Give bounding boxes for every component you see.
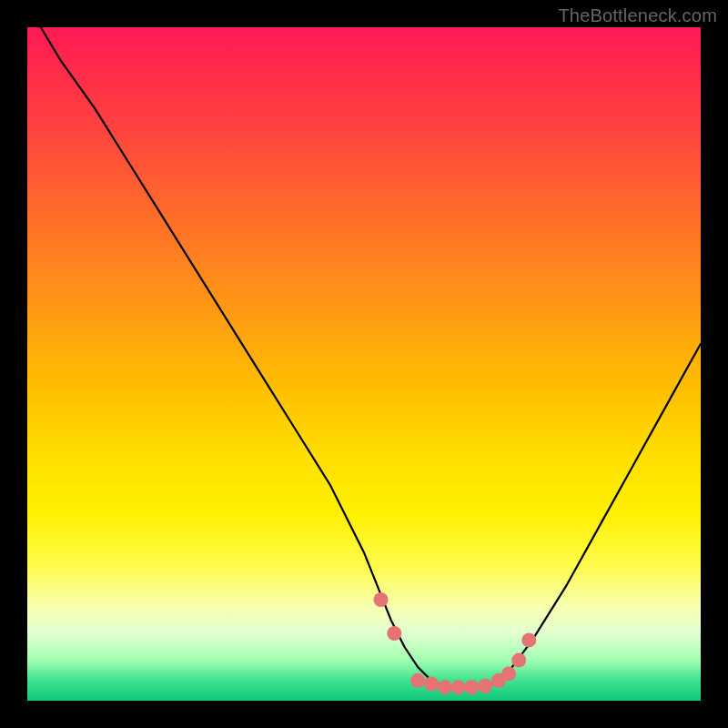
curve-marker [374, 592, 389, 607]
chart-frame: TheBottleneck.com [0, 0, 728, 728]
curve-marker [478, 679, 492, 693]
curve-marker [387, 626, 401, 641]
curve-marker [410, 673, 425, 688]
curve-marker [438, 680, 452, 694]
curve-marker [464, 680, 479, 694]
curve-marker [424, 677, 439, 692]
curve-marker [511, 653, 526, 668]
curve-marker [521, 632, 536, 647]
curve-marker [451, 680, 466, 694]
watermark-text: TheBottleneck.com [558, 5, 717, 26]
curve-markers [374, 592, 537, 694]
curve-marker [501, 666, 516, 681]
bottleneck-curve [41, 27, 701, 687]
bottleneck-chart-svg [27, 27, 701, 701]
